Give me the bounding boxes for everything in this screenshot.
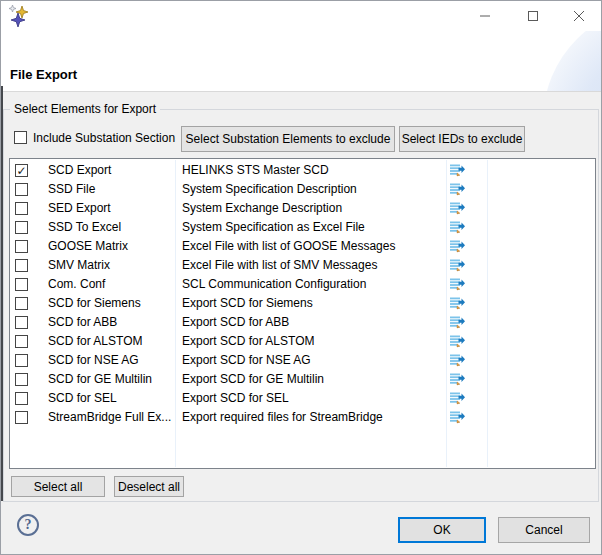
file-export-dialog: File Export Select Elements for Export I… [0,0,602,555]
wizard-banner: File Export [1,31,601,91]
export-description: Export SCD for NSE AG [182,351,444,370]
cancel-button[interactable]: Cancel [498,517,590,543]
row-checkbox[interactable] [15,240,28,253]
include-substation-checkbox[interactable] [14,131,27,144]
export-description: Export SCD for Siemens [182,294,444,313]
select-elements-group: Select Elements for Export Include Subst… [3,109,599,502]
export-name: SED Export [48,199,174,218]
table-row[interactable]: SED Export System Exchange Description [10,199,595,218]
export-name: GOOSE Matrix [48,237,174,256]
table-rows: SCD Export HELINKS STS Master SCD SSD Fi… [10,161,595,427]
row-checkbox[interactable] [15,221,28,234]
export-description: System Specification Description [182,180,444,199]
table-row[interactable]: SCD for ALSTOM Export SCD for ALSTOM [10,332,595,351]
table-row[interactable]: SCD for SEL Export SCD for SEL [10,389,595,408]
export-description: Excel File with list of SMV Messages [182,256,444,275]
export-name: SCD for SEL [48,389,174,408]
export-description: SCL Communication Configuration [182,275,444,294]
export-name: SCD for ABB [48,313,174,332]
export-description: System Exchange Description [182,199,444,218]
ok-button[interactable]: OK [398,517,486,543]
title-bar [1,1,601,31]
export-description: System Specification as Excel File [182,218,444,237]
table-row[interactable]: Com. Conf SCL Communication Configuratio… [10,275,595,294]
export-edit-icon[interactable] [449,162,465,178]
table-row[interactable]: GOOSE Matrix Excel File with list of GOO… [10,237,595,256]
export-description: Export SCD for ALSTOM [182,332,444,351]
banner-gradient [543,31,601,91]
group-label: Select Elements for Export [10,102,160,116]
row-checkbox[interactable] [15,297,28,310]
table-row[interactable]: SCD for GE Multilin Export SCD for GE Mu… [10,370,595,389]
export-description: Export SCD for GE Multilin [182,370,444,389]
export-edit-icon[interactable] [449,390,465,406]
export-edit-icon[interactable] [449,181,465,197]
row-checkbox[interactable] [15,183,28,196]
export-edit-icon[interactable] [449,352,465,368]
export-edit-icon[interactable] [449,333,465,349]
export-edit-icon[interactable] [449,219,465,235]
row-checkbox[interactable] [15,202,28,215]
export-edit-icon[interactable] [449,257,465,273]
export-description: Export required files for StreamBridge [182,408,444,427]
help-button[interactable]: ? [17,514,39,536]
row-checkbox[interactable] [15,411,28,424]
export-name: SSD To Excel [48,218,174,237]
export-description: Export SCD for SEL [182,389,444,408]
deselect-all-button[interactable]: Deselect all [114,476,184,497]
table-row[interactable]: SCD for ABB Export SCD for ABB [10,313,595,332]
select-ieds-button[interactable]: Select IEDs to exclude [399,126,525,152]
table-row[interactable]: SCD for Siemens Export SCD for Siemens [10,294,595,313]
export-description: Excel File with list of GOOSE Messages [182,237,444,256]
export-name: SCD for NSE AG [48,351,174,370]
maximize-button[interactable] [518,1,548,31]
close-button[interactable] [564,1,594,31]
export-edit-icon[interactable] [449,371,465,387]
app-sparkles-icon [7,4,31,28]
export-name: SMV Matrix [48,256,174,275]
table-row[interactable]: StreamBridge Full Ex... Export required … [10,408,595,427]
export-name: StreamBridge Full Ex... [48,408,174,427]
export-description: Export SCD for ABB [182,313,444,332]
export-name: SCD for GE Multilin [48,370,174,389]
table-row[interactable]: SCD Export HELINKS STS Master SCD [10,161,595,180]
export-name: SCD Export [48,161,174,180]
export-description: HELINKS STS Master SCD [182,161,444,180]
select-all-button[interactable]: Select all [11,476,105,497]
select-substation-elements-button[interactable]: Select Substation Elements to exclude [181,126,395,152]
left-edge-artifact [1,86,3,501]
row-checkbox[interactable] [15,392,28,405]
table-row[interactable]: SSD File System Specification Descriptio… [10,180,595,199]
row-checkbox[interactable] [15,278,28,291]
row-checkbox[interactable] [15,373,28,386]
table-row[interactable]: SCD for NSE AG Export SCD for NSE AG [10,351,595,370]
export-edit-icon[interactable] [449,409,465,425]
export-edit-icon[interactable] [449,238,465,254]
table-row[interactable]: SMV Matrix Excel File with list of SMV M… [10,256,595,275]
table-row[interactable]: SSD To Excel System Specification as Exc… [10,218,595,237]
export-name: SCD for ALSTOM [48,332,174,351]
minimize-button[interactable] [470,1,500,31]
include-substation-label: Include Substation Section [33,131,175,145]
export-name: SCD for Siemens [48,294,174,313]
export-edit-icon[interactable] [449,276,465,292]
row-checkbox[interactable] [15,164,28,177]
export-edit-icon[interactable] [449,295,465,311]
export-name: SSD File [48,180,174,199]
row-checkbox[interactable] [15,259,28,272]
row-checkbox[interactable] [15,354,28,367]
export-name: Com. Conf [48,275,174,294]
export-options-table[interactable]: SCD Export HELINKS STS Master SCD SSD Fi… [9,158,596,469]
page-title: File Export [10,67,77,82]
export-edit-icon[interactable] [449,200,465,216]
export-edit-icon[interactable] [449,314,465,330]
row-checkbox[interactable] [15,316,28,329]
row-checkbox[interactable] [15,335,28,348]
